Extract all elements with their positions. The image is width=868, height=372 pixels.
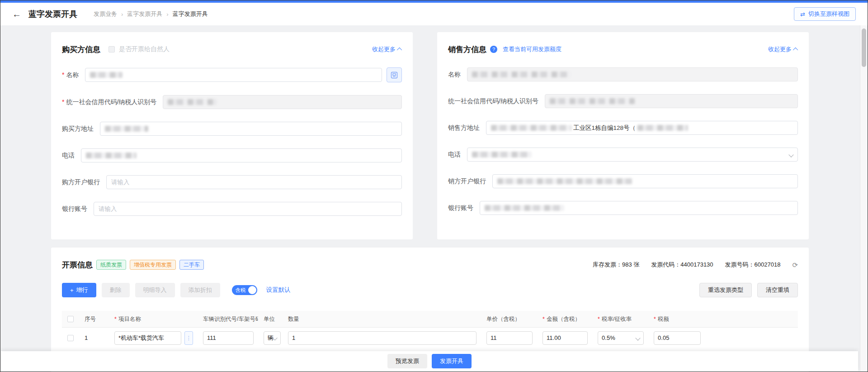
seller-name-label: 名称 — [448, 71, 461, 79]
amount-input[interactable] — [542, 331, 588, 345]
company-profile-icon-button[interactable] — [387, 67, 402, 82]
breadcrumb-item[interactable]: 蓝字发票开具 — [127, 10, 162, 18]
plus-icon: + — [70, 287, 74, 294]
app-header: ← 蓝字发票开具 发票业务 › 蓝字发票开具 › 蓝字发票开具 ⇄ 切换至票样视… — [0, 3, 868, 25]
redacted-value — [491, 125, 571, 131]
buyer-bank-input[interactable] — [111, 179, 397, 186]
header-tax-rate: *税率/征收率 — [592, 315, 648, 323]
buyer-address-input[interactable] — [100, 122, 402, 136]
scrollbar-thumb[interactable] — [862, 29, 866, 67]
page-title: 蓝字发票开具 — [28, 9, 77, 19]
tax-rate-select[interactable]: 0.5% — [598, 331, 644, 345]
quantity-input[interactable] — [288, 331, 476, 345]
chevron-down-icon — [788, 152, 793, 157]
invoice-number-value: 60027018 — [755, 261, 781, 268]
set-default-link[interactable]: 设置默认 — [266, 286, 291, 294]
reselect-invoice-type-button[interactable]: 重选发票类型 — [699, 283, 752, 297]
help-icon[interactable]: ? — [490, 46, 497, 53]
switch-view-label: 切换至票样视图 — [808, 10, 849, 18]
tax-included-toggle[interactable]: 含税 — [232, 285, 257, 295]
header-tax-amount: *税额 — [648, 315, 798, 323]
seller-taxid-label: 统一社会信用代码/纳税人识别号 — [448, 97, 538, 105]
chevron-down-icon — [635, 335, 640, 340]
buyer-account-input[interactable] — [99, 205, 397, 212]
select-all-checkbox[interactable] — [67, 316, 74, 322]
unit-select[interactable]: 辆 — [264, 331, 281, 345]
buyer-info-card: 购买方信息 是否开票给自然人 收起更多 *名称 *统一 — [51, 32, 413, 239]
natural-person-label: 是否开票给自然人 — [119, 45, 170, 53]
issue-invoice-button[interactable]: 发票开具 — [432, 354, 472, 368]
switch-view-icon: ⇄ — [800, 11, 805, 18]
buyer-phone-input[interactable] — [81, 148, 402, 162]
breadcrumb-separator: › — [166, 11, 168, 18]
row-checkbox[interactable] — [67, 335, 74, 341]
seller-account-label: 银行账号 — [448, 204, 473, 212]
quota-link[interactable]: 查看当前可用发票额度 — [503, 45, 561, 53]
seller-bank-input[interactable] — [492, 174, 798, 188]
seller-account-input[interactable] — [480, 201, 798, 215]
header-vin: 车辆识别代号/车架号码 — [198, 315, 258, 323]
tag-used-car: 二手车 — [179, 260, 204, 270]
header-qty: 数量 — [283, 315, 481, 323]
line-items-table: 序号 *项目名称 车辆识别代号/车架号码 单位 数量 单价（含税） *金额（含税… — [62, 311, 798, 348]
row-seq: 1 — [85, 334, 88, 341]
action-footer: 预览发票 发票开具 — [1, 351, 858, 371]
table-header-row: 序号 *项目名称 车辆识别代号/车架号码 单位 数量 单价（含税） *金额（含税… — [62, 311, 798, 328]
switch-to-ticket-view-button[interactable]: ⇄ 切换至票样视图 — [794, 7, 856, 21]
item-more-button[interactable]: ⋮ — [184, 331, 193, 345]
header-seq: 序号 — [79, 315, 109, 323]
breadcrumb: 发票业务 › 蓝字发票开具 › 蓝字发票开具 — [94, 10, 208, 18]
unit-price-input[interactable] — [486, 331, 533, 345]
invoice-number-label: 发票号码： — [725, 261, 755, 268]
redacted-value — [637, 125, 688, 131]
redacted-value — [485, 205, 564, 211]
redacted-value — [105, 126, 148, 132]
preview-invoice-button[interactable]: 预览发票 — [387, 354, 427, 368]
address-visible-text: 工业区1栋自编128号（ — [573, 124, 636, 132]
tag-paper-invoice: 纸质发票 — [96, 260, 126, 270]
breadcrumb-separator: › — [121, 11, 123, 18]
buyer-collapse-link[interactable]: 收起更多 — [372, 45, 402, 53]
add-row-label: 增行 — [76, 286, 88, 294]
vin-input[interactable] — [203, 331, 254, 345]
seller-bank-label: 销方开户银行 — [448, 177, 486, 186]
item-name-input[interactable] — [114, 331, 181, 345]
tax-amount-input[interactable] — [654, 331, 701, 345]
refresh-icon[interactable]: ⟳ — [792, 262, 798, 268]
stock-value: 983 张 — [622, 261, 639, 268]
buyer-name-input[interactable] — [85, 68, 382, 82]
seller-collapse-link[interactable]: 收起更多 — [768, 45, 798, 53]
seller-address-input[interactable]: 工业区1栋自编128号（ — [486, 121, 798, 135]
tax-included-label: 含税 — [236, 287, 246, 294]
buyer-account-label: 银行账号 — [62, 205, 87, 213]
chevron-up-icon — [397, 48, 402, 52]
page: ← 蓝字发票开具 发票业务 › 蓝字发票开具 › 蓝字发票开具 ⇄ 切换至票样视… — [0, 0, 868, 372]
redacted-value — [90, 72, 123, 78]
redacted-value — [86, 153, 137, 158]
seller-phone-label: 电话 — [448, 151, 461, 159]
invoice-code-value: 4400173130 — [680, 261, 713, 268]
clear-refill-button[interactable]: 清空重填 — [757, 283, 798, 297]
detail-import-button: 明细导入 — [135, 283, 175, 297]
tax-rate-value: 0.5% — [602, 334, 615, 341]
redacted-value — [550, 98, 635, 104]
buyer-bank-input-box — [106, 175, 402, 189]
buyer-name-label: *名称 — [62, 71, 79, 79]
seller-address-label: 销售方地址 — [448, 124, 480, 132]
header-amount: *金额（含税） — [537, 315, 592, 323]
table-row: 1 ⋮ 辆 — [62, 328, 798, 348]
seller-phone-select[interactable] — [467, 148, 798, 162]
buyer-taxid-input — [163, 95, 402, 109]
redacted-value — [472, 72, 571, 77]
seller-section-title: 销售方信息 — [448, 44, 486, 55]
redacted-value — [497, 178, 632, 184]
scrollbar-track — [860, 25, 867, 371]
back-arrow-icon[interactable]: ← — [12, 10, 21, 19]
seller-taxid-input — [545, 94, 798, 108]
delete-button: 删除 — [102, 283, 130, 297]
breadcrumb-item[interactable]: 发票业务 — [94, 10, 117, 18]
add-row-button[interactable]: + 增行 — [62, 283, 96, 297]
invoice-section-title: 开票信息 — [62, 260, 93, 270]
invoice-code-label: 发票代码： — [651, 261, 680, 268]
stock-label: 库存发票： — [593, 261, 622, 268]
